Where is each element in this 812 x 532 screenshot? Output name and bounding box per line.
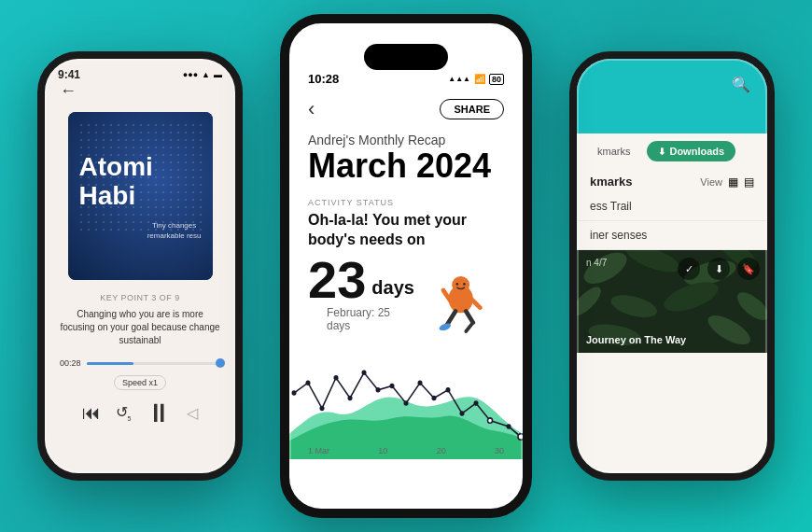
book-subtitle-1: Tiny changes	[152, 221, 196, 230]
download-icon[interactable]: ⬇	[707, 258, 730, 280]
days-label: days	[371, 277, 414, 306]
list-item-1[interactable]: ess Trail	[577, 192, 767, 221]
svg-point-12	[320, 405, 325, 410]
prev-month-label: February: 25 days	[308, 306, 427, 332]
recap-label: Andrej's Monthly Recap	[289, 133, 523, 147]
svg-point-23	[474, 400, 479, 405]
right-phone-content: kmarks ⬇ Downloads kmarks View ▦ ▤ ess T…	[577, 133, 767, 353]
running-figure	[427, 274, 489, 340]
svg-point-3	[463, 283, 466, 286]
svg-line-5	[471, 299, 480, 307]
back-button-center[interactable]: ‹	[308, 97, 315, 121]
days-number: 23	[308, 254, 366, 306]
key-point-label: KEY POINT 3 OF 9	[60, 293, 220, 302]
book-cover: Atomi Habi Tiny changes remarkable resu	[68, 112, 213, 280]
svg-point-24	[488, 417, 493, 422]
center-content: ‹ SHARE Andrej's Monthly Recap March 202…	[289, 90, 523, 459]
section-header: kmarks View ▦ ▤	[577, 169, 767, 192]
left-phone-content: ← Atomi Habi Tiny changes remarkable res…	[45, 81, 235, 428]
thumbnail-action-icons: ✓ ⬇ 🔖	[678, 258, 760, 280]
svg-point-2	[456, 283, 459, 286]
progress-dot	[216, 358, 225, 368]
audio-time: 00:28	[60, 358, 81, 368]
audio-controls: ⏮ ↺5 ⏸ ◁	[60, 398, 220, 428]
progress-fill	[87, 362, 133, 365]
svg-point-22	[460, 411, 465, 415]
book-thumbnail: ✓ ⬇ 🔖 n 4/7 Journey on The Way	[577, 250, 767, 353]
skip-forward-button[interactable]: ◁	[187, 404, 198, 422]
thumbnail-episode: n 4/7	[586, 258, 607, 268]
search-icon[interactable]: 🔍	[732, 76, 750, 93]
phone-left: 9:41 ●●● ▲ ▬ ← Atomi Habi Tiny changes r…	[37, 51, 243, 481]
list-item-2[interactable]: iner senses	[577, 221, 767, 250]
pause-button[interactable]: ⏸	[146, 398, 172, 428]
svg-point-16	[376, 387, 381, 392]
recap-month: March 2024	[289, 149, 523, 183]
svg-point-21	[446, 387, 451, 392]
key-point-text: Changing who you are is more focusing on…	[60, 308, 220, 347]
svg-point-18	[404, 400, 409, 405]
svg-point-11	[306, 380, 311, 385]
left-status-time: 9:41	[58, 68, 80, 81]
svg-point-14	[348, 395, 353, 399]
right-header-bg: 🔍	[577, 59, 767, 133]
center-status-icons: ▲▲▲ 📶 80	[448, 74, 504, 85]
svg-line-4	[443, 289, 451, 300]
center-nav: ‹ SHARE	[289, 90, 523, 133]
replay-5-button[interactable]: ↺5	[116, 403, 132, 422]
svg-line-6	[447, 311, 455, 325]
phone-right: 🔍 kmarks ⬇ Downloads kmarks View ▦ ▤	[569, 51, 775, 481]
thumbnail-title: Journey on The Way	[586, 334, 758, 345]
book-subtitle-2: remarkable resu	[147, 231, 202, 240]
list-icon: ▤	[744, 175, 754, 189]
svg-point-25	[507, 424, 511, 428]
activity-section-label: ACTIVITY STATUS	[289, 198, 523, 207]
center-status-bar: 10:28 ▲▲▲ 📶 80	[289, 68, 523, 90]
book-title: Atomi Habi	[68, 142, 213, 222]
check-icon[interactable]: ✓	[678, 258, 700, 280]
svg-line-7	[467, 311, 474, 322]
svg-point-10	[292, 390, 297, 395]
svg-line-8	[467, 322, 474, 330]
svg-point-26	[518, 433, 523, 440]
center-status-time: 10:28	[308, 72, 339, 86]
back-button-left[interactable]: ←	[60, 81, 220, 101]
tab-bookmarks[interactable]: kmarks	[588, 142, 639, 161]
svg-point-20	[432, 395, 437, 399]
skip-back-button[interactable]: ⏮	[82, 402, 101, 424]
share-button[interactable]: SHARE	[440, 99, 504, 119]
left-status-icons: ●●● ▲ ▬	[183, 70, 222, 79]
svg-point-17	[390, 383, 395, 387]
svg-point-15	[362, 370, 367, 374]
progress-bar[interactable]	[87, 362, 220, 365]
bookmark-icon-thumb[interactable]: 🔖	[737, 258, 760, 280]
days-figure-row: 23 days February: 25 days	[289, 254, 523, 340]
tab-downloads[interactable]: ⬇ Downloads	[647, 141, 735, 161]
activity-text: Oh-la-la! You met your body's needs on	[289, 211, 523, 250]
dynamic-island	[364, 44, 448, 70]
svg-point-1	[453, 275, 470, 293]
section-title: kmarks	[590, 175, 633, 189]
svg-point-19	[418, 380, 423, 385]
audio-progress: 00:28	[60, 358, 220, 368]
chart-labels: 1 Mar 10 20 30	[308, 446, 504, 455]
phones-container: 9:41 ●●● ▲ ▬ ← Atomi Habi Tiny changes r…	[0, 0, 812, 532]
grid-icon: ▦	[728, 175, 738, 189]
speed-button[interactable]: Speed x1	[114, 375, 166, 390]
svg-point-13	[334, 375, 339, 380]
phone-center: 10:28 ▲▲▲ 📶 80 ‹ SHARE Andrej's Monthly …	[280, 14, 532, 518]
view-label[interactable]: View	[700, 176, 722, 188]
activity-chart: 1 Mar 10 20 30	[289, 347, 523, 459]
tabs-row: kmarks ⬇ Downloads	[577, 133, 767, 169]
